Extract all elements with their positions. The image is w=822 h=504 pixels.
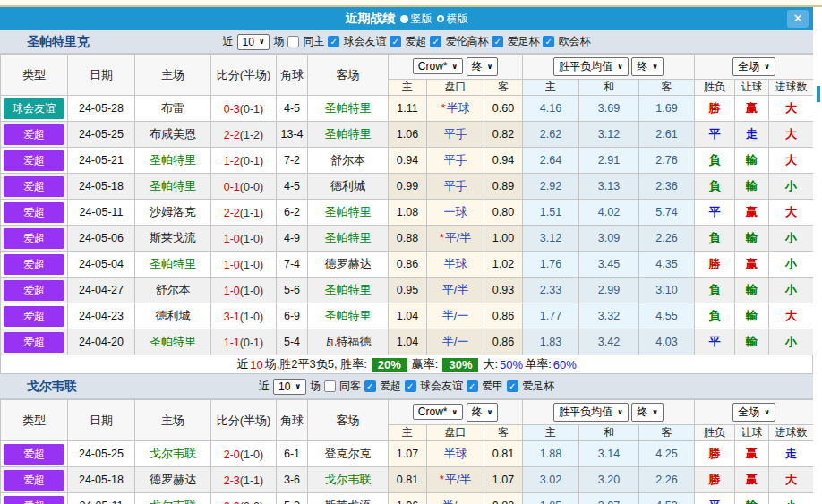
goals-result: 小 xyxy=(769,252,814,278)
scrollbar-thumb[interactable] xyxy=(817,86,820,102)
handicap-result: 輸 xyxy=(735,303,769,329)
avg-home-odds: 1.76 xyxy=(523,252,579,278)
summary-segment: 近 xyxy=(236,356,248,372)
winlose-result: 勝 xyxy=(695,467,735,493)
away-odds: 1.07 xyxy=(484,467,523,493)
odds-period-select[interactable]: 终∨ xyxy=(467,57,499,76)
recent-count-select[interactable]: 10∨ xyxy=(237,34,270,50)
avg-type-select[interactable]: 胜平负均值∨ xyxy=(553,403,629,422)
result-scope-select[interactable]: 全场∨ xyxy=(732,403,775,422)
league-checkbox[interactable] xyxy=(467,380,478,392)
corners-value: 13-4 xyxy=(277,122,308,148)
away-odds: 0.86 xyxy=(484,303,523,329)
competition-badge: 爱超 xyxy=(4,124,64,145)
home-odds: 1.08 xyxy=(389,200,427,226)
same-venue-checkbox[interactable] xyxy=(324,380,336,392)
avg-away-odds: 4.53 xyxy=(639,493,695,504)
match-type-cell: 爱超 xyxy=(1,174,68,200)
sub-header-goals: 进球数 xyxy=(769,425,814,441)
handicap-result: 輸 xyxy=(735,148,769,174)
chevron-down-icon: ∨ xyxy=(652,63,658,71)
league-checkbox[interactable] xyxy=(430,36,441,47)
handicap-line: 半球 xyxy=(444,447,467,460)
away-odds: 1.02 xyxy=(484,252,523,278)
handicap-result: 赢 xyxy=(735,200,769,226)
col-header-score: 比分(半场) xyxy=(211,55,277,96)
fulltime-score: 1-1 xyxy=(224,337,240,349)
col-header-corners: 角球 xyxy=(277,55,308,96)
home-team: 戈尔韦联 xyxy=(135,441,211,467)
score-cell: 2-3(1-1) xyxy=(211,467,277,493)
score-cell: 1-0(1-0) xyxy=(211,226,277,252)
fulltime-score: 1-0 xyxy=(224,285,240,297)
close-button[interactable]: ✕ xyxy=(787,10,809,28)
sub-header-avg-home: 主 xyxy=(523,425,579,441)
home-team: 斯莱戈流 xyxy=(135,226,211,252)
league-checkbox[interactable] xyxy=(507,380,518,392)
match-row: 爱超24-05-25戈尔韦联2-0(1-0)6-1登克尔克1.07半球0.811… xyxy=(1,441,814,467)
home-team: 布咸美恩 xyxy=(135,122,211,148)
winlose-result: 勝 xyxy=(695,252,735,278)
score-cell: 2-2(1-2) xyxy=(211,122,277,148)
fulltime-score: 1-2 xyxy=(224,155,240,167)
league-checkbox[interactable] xyxy=(405,380,416,392)
match-date: 24-05-11 xyxy=(68,493,135,504)
recent-count-select[interactable]: 10∨ xyxy=(273,379,306,395)
col-header-date: 日期 xyxy=(68,400,135,441)
games-label: 场 xyxy=(310,379,321,394)
avg-type-select[interactable]: 胜平负均值∨ xyxy=(553,57,629,76)
league-label: 欧会杯 xyxy=(558,34,590,49)
result-group-header: 全场∨ xyxy=(695,400,814,425)
result-scope-value: 全场 xyxy=(738,405,759,420)
handicap-result: 輸 xyxy=(735,174,769,200)
match-row: 爱超24-05-11沙姆洛克2-2(1-1)6-2圣帕特里1.08一球0.801… xyxy=(1,200,814,226)
handicap-line: 半/一 xyxy=(442,309,469,322)
scrollbar-track[interactable] xyxy=(813,7,822,504)
avg-draw-odds: 3.07 xyxy=(579,493,639,504)
handicap-result: 赢 xyxy=(735,252,769,278)
dialog-titlebar: 近期战绩 竖版 横版 ✕ xyxy=(0,7,813,30)
corners-value: 6-2 xyxy=(277,200,308,226)
avg-away-odds: 4.03 xyxy=(639,329,695,355)
odds-company-select[interactable]: Crow*∨ xyxy=(413,58,463,74)
match-date: 24-05-11 xyxy=(68,200,135,226)
handicap-result: 赢 xyxy=(735,441,769,467)
league-checkbox[interactable] xyxy=(364,380,376,392)
avg-period-select[interactable]: 终∨ xyxy=(631,403,664,422)
handicap-cell: 平手 xyxy=(427,174,484,200)
league-checkbox[interactable] xyxy=(543,36,554,47)
winlose-result: 平 xyxy=(695,200,735,226)
layout-radio-horizontal[interactable]: 横版 xyxy=(437,12,468,27)
home-odds: 0.99 xyxy=(389,174,427,200)
match-type-cell: 爱超 xyxy=(1,252,68,278)
sub-header-winlose: 胜负 xyxy=(695,425,735,441)
match-type-cell: 爱超 xyxy=(1,441,68,467)
match-date: 24-04-20 xyxy=(68,329,135,355)
handicap-line: 半/一 xyxy=(442,335,469,348)
match-row: 爱超24-04-27舒尔本1-0(1-0)5-6圣帕特里0.95平/半0.932… xyxy=(1,278,814,303)
handicap-cell: 半/一 xyxy=(427,493,484,504)
competition-badge: 爱超 xyxy=(4,332,64,353)
away-team: 圣帕特里 xyxy=(308,96,389,122)
match-date: 24-04-23 xyxy=(68,303,135,329)
avg-home-odds: 1.77 xyxy=(523,303,579,329)
layout-radio-vertical[interactable]: 竖版 xyxy=(400,12,432,27)
chevron-down-icon: ∨ xyxy=(295,382,301,390)
home-odds: 0.81 xyxy=(389,467,427,493)
league-checkbox[interactable] xyxy=(328,36,339,47)
home-odds: 0.88 xyxy=(389,226,427,252)
same-venue-checkbox[interactable] xyxy=(287,36,299,47)
league-checkbox[interactable] xyxy=(492,36,503,47)
avg-draw-odds: 2.91 xyxy=(579,148,639,174)
avg-away-odds: 5.74 xyxy=(639,200,695,226)
avg-period-select[interactable]: 终∨ xyxy=(631,57,664,76)
col-header-type: 类型 xyxy=(1,55,68,96)
odds-period-select[interactable]: 终∨ xyxy=(467,403,499,422)
odds-company-select[interactable]: Crow*∨ xyxy=(413,404,463,420)
result-scope-select[interactable]: 全场∨ xyxy=(732,57,775,76)
radio-label-horizontal: 横版 xyxy=(447,12,468,27)
radio-selected-icon xyxy=(400,15,408,23)
league-checkbox[interactable] xyxy=(390,36,401,47)
avg-away-odds: 1.69 xyxy=(639,96,695,122)
team2-results-table: 类型 日期 主场 比分(半场) 角球 客场 Crow*∨ 终∨ 胜平负均值∨ 终… xyxy=(0,399,814,504)
